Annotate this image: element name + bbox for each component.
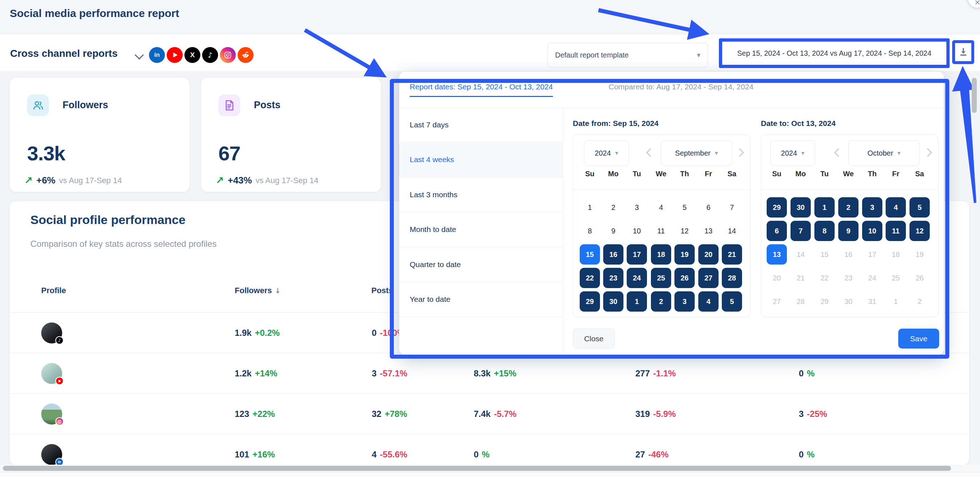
profile-avatar-youtube[interactable] [41, 363, 62, 384]
download-report-button[interactable] [952, 40, 974, 64]
calendar-day-25[interactable]: 25 [651, 268, 671, 288]
calendar-day-11[interactable]: 11 [886, 221, 906, 241]
calendar-day-26[interactable]: 26 [910, 268, 930, 288]
calendar-day-27[interactable]: 27 [698, 268, 719, 288]
calendar-day-30[interactable]: 30 [838, 291, 859, 312]
calendar-day-5[interactable]: 5 [910, 197, 930, 217]
calendar-day-1[interactable]: 1 [627, 291, 647, 312]
month-select[interactable]: September▼ [661, 140, 732, 166]
calendar-day-16[interactable]: 16 [603, 244, 624, 265]
calendar-day-16[interactable]: 16 [838, 244, 859, 265]
calendar-day-4[interactable]: 4 [698, 291, 719, 312]
calendar-day-9[interactable]: 9 [838, 221, 859, 241]
profile-avatar-tiktok[interactable]: ♪ [41, 322, 62, 343]
calendar-day-2[interactable]: 2 [603, 197, 624, 217]
calendar-day-23[interactable]: 23 [603, 268, 624, 288]
calendar-day-19[interactable]: 19 [675, 244, 695, 265]
calendar-day-14[interactable]: 14 [722, 221, 742, 241]
month-select[interactable]: October▼ [848, 140, 920, 166]
report-group-selector[interactable]: Cross channel reports [10, 48, 118, 59]
channel-button-youtube[interactable] [167, 47, 183, 63]
calendar-day-1[interactable]: 1 [815, 197, 835, 217]
calendar-day-15[interactable]: 15 [580, 244, 600, 265]
calendar-day-28[interactable]: 28 [722, 268, 742, 288]
tab-report-dates[interactable]: Report dates: Sep 15, 2024 - Oct 13, 202… [410, 83, 553, 97]
column-header-posts[interactable]: Posts [371, 286, 393, 295]
close-button[interactable]: Close [573, 329, 615, 349]
profile-avatar-linkedin[interactable]: in [41, 444, 62, 465]
prev-month-icon[interactable] [834, 148, 843, 157]
column-header-profile[interactable]: Profile [41, 286, 66, 295]
calendar-day-10[interactable]: 10 [862, 221, 882, 241]
calendar-day-29[interactable]: 29 [815, 291, 835, 312]
calendar-day-19[interactable]: 19 [910, 244, 930, 265]
calendar-day-3[interactable]: 3 [627, 197, 647, 217]
preset-last-4-weeks[interactable]: Last 4 weeks [399, 143, 563, 177]
calendar-day-8[interactable]: 8 [580, 221, 600, 241]
calendar-day-7[interactable]: 7 [722, 197, 742, 217]
calendar-day-7[interactable]: 7 [791, 221, 811, 241]
channel-button-reddit[interactable] [238, 47, 253, 63]
date-range-button[interactable]: Sep 15, 2024 - Oct 13, 2024 vs Aug 17, 2… [719, 38, 950, 68]
calendar-day-22[interactable]: 22 [815, 268, 835, 288]
vertical-scrollbar[interactable] [972, 78, 977, 113]
calendar-day-25[interactable]: 25 [886, 268, 906, 288]
calendar-day-29[interactable]: 29 [767, 197, 787, 217]
calendar-day-9[interactable]: 9 [603, 221, 624, 241]
calendar-day-21[interactable]: 21 [791, 268, 811, 288]
calendar-day-12[interactable]: 12 [675, 221, 695, 241]
year-select[interactable]: 2024▼ [770, 140, 815, 166]
tab-compared-to[interactable]: Compared to: Aug 17, 2024 - Sep 14, 2024 [609, 83, 753, 91]
calendar-day-1[interactable]: 1 [886, 291, 906, 312]
calendar-day-18[interactable]: 18 [651, 244, 671, 265]
calendar-day-2[interactable]: 2 [838, 197, 859, 217]
template-select[interactable]: Default report template ▼ [547, 43, 708, 68]
column-header-followers[interactable]: Followers↓ [235, 286, 281, 295]
calendar-day-23[interactable]: 23 [838, 268, 859, 288]
calendar-day-24[interactable]: 24 [627, 268, 647, 288]
preset-last-3-months[interactable]: Last 3 months [399, 177, 563, 212]
calendar-day-20[interactable]: 20 [698, 244, 719, 265]
next-month-icon[interactable] [923, 148, 932, 157]
calendar-day-13[interactable]: 13 [767, 244, 787, 265]
calendar-day-28[interactable]: 28 [791, 291, 811, 312]
calendar-day-1[interactable]: 1 [580, 197, 600, 217]
save-button[interactable]: Save [898, 329, 939, 349]
calendar-day-4[interactable]: 4 [651, 197, 671, 217]
preset-last-7-days[interactable]: Last 7 days [399, 107, 563, 142]
channel-button-x[interactable]: X [185, 47, 200, 63]
calendar-day-24[interactable]: 24 [862, 268, 882, 288]
calendar-day-30[interactable]: 30 [791, 197, 811, 217]
calendar-day-6[interactable]: 6 [767, 221, 787, 241]
calendar-day-26[interactable]: 26 [675, 268, 695, 288]
calendar-day-17[interactable]: 17 [862, 244, 882, 265]
calendar-day-6[interactable]: 6 [698, 197, 719, 217]
channel-button-tiktok[interactable]: ♪ [202, 47, 218, 63]
preset-month-to-date[interactable]: Month to date [399, 212, 563, 247]
calendar-day-2[interactable]: 2 [910, 291, 930, 312]
calendar-day-3[interactable]: 3 [675, 291, 695, 312]
prev-month-icon[interactable] [646, 148, 655, 157]
calendar-day-4[interactable]: 4 [886, 197, 906, 217]
chevron-down-icon[interactable] [135, 50, 143, 59]
calendar-day-29[interactable]: 29 [580, 291, 600, 312]
calendar-day-18[interactable]: 18 [886, 244, 906, 265]
calendar-day-31[interactable]: 31 [862, 291, 882, 312]
calendar-day-14[interactable]: 14 [791, 244, 811, 265]
calendar-day-13[interactable]: 13 [698, 221, 719, 241]
calendar-day-15[interactable]: 15 [815, 244, 835, 265]
calendar-day-2[interactable]: 2 [651, 291, 671, 312]
calendar-day-30[interactable]: 30 [603, 291, 624, 312]
preset-year-to-date[interactable]: Year to date [399, 282, 563, 317]
calendar-day-8[interactable]: 8 [815, 221, 835, 241]
calendar-day-22[interactable]: 22 [580, 268, 600, 288]
horizontal-scrollbar[interactable] [3, 466, 951, 471]
year-select[interactable]: 2024▼ [584, 140, 629, 166]
calendar-day-17[interactable]: 17 [627, 244, 647, 265]
channel-button-linkedin[interactable]: in [149, 47, 165, 63]
calendar-day-12[interactable]: 12 [910, 221, 930, 241]
calendar-day-27[interactable]: 27 [767, 291, 787, 312]
calendar-day-20[interactable]: 20 [767, 268, 787, 288]
calendar-day-11[interactable]: 11 [651, 221, 671, 241]
calendar-day-21[interactable]: 21 [722, 244, 742, 265]
